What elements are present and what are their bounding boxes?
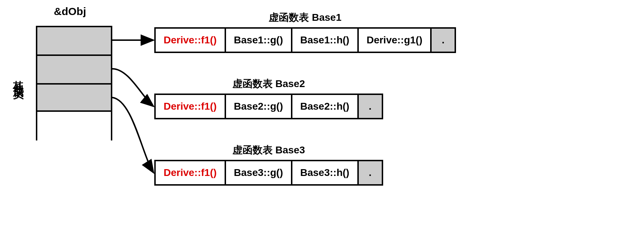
vtable-base3: 虚函数表 Base3 Derive::f1() Base3::g() Base3… <box>154 143 383 186</box>
object-extension <box>36 112 112 140</box>
vtable-base1-terminator: . <box>432 29 455 52</box>
vtable-base3-title: 虚函数表 Base3 <box>154 143 383 157</box>
vtable-base2: 虚函数表 Base2 Derive::f1() Base2::g() Base2… <box>154 77 383 119</box>
vptr-slot-3 <box>36 83 112 112</box>
vtable-base1-cell-1: Base1::g() <box>226 29 292 52</box>
vtable-base2-cell-2: Base2::h() <box>292 95 359 118</box>
object-pointer-label: &dObj <box>54 5 86 18</box>
vptr-slot-1 <box>36 26 112 54</box>
vtable-base1-title: 虚函数表 Base1 <box>154 11 456 24</box>
vtable-base3-cell-2: Base3::h() <box>292 161 359 184</box>
vtable-base1-row: Derive::f1() Base1::g() Base1::h() Deriv… <box>154 27 456 53</box>
vtable-base2-cell-0: Derive::f1() <box>156 95 226 118</box>
vtable-base3-cell-0: Derive::f1() <box>156 161 226 184</box>
vtable-base2-cell-1: Base2::g() <box>226 95 292 118</box>
vptr-slot-2 <box>36 54 112 83</box>
vtable-base2-terminator: . <box>359 95 382 118</box>
vtable-base1-cell-0: Derive::f1() <box>156 29 226 52</box>
vtable-base1-cell-3: Derive::g1() <box>359 29 432 52</box>
vtable-base3-terminator: . <box>359 161 382 184</box>
vtable-base1-cell-2: Base1::h() <box>292 29 359 52</box>
vtable-base2-row: Derive::f1() Base2::g() Base2::h() . <box>154 94 383 119</box>
other-members-label: 其他成员 <box>11 72 25 83</box>
vtable-base2-title: 虚函数表 Base2 <box>154 77 383 91</box>
vtable-base1: 虚函数表 Base1 Derive::f1() Base1::g() Base1… <box>154 11 456 53</box>
vtable-base3-cell-1: Base3::g() <box>226 161 292 184</box>
object-memory-layout <box>36 26 112 140</box>
vtable-base3-row: Derive::f1() Base3::g() Base3::h() . <box>154 160 383 186</box>
